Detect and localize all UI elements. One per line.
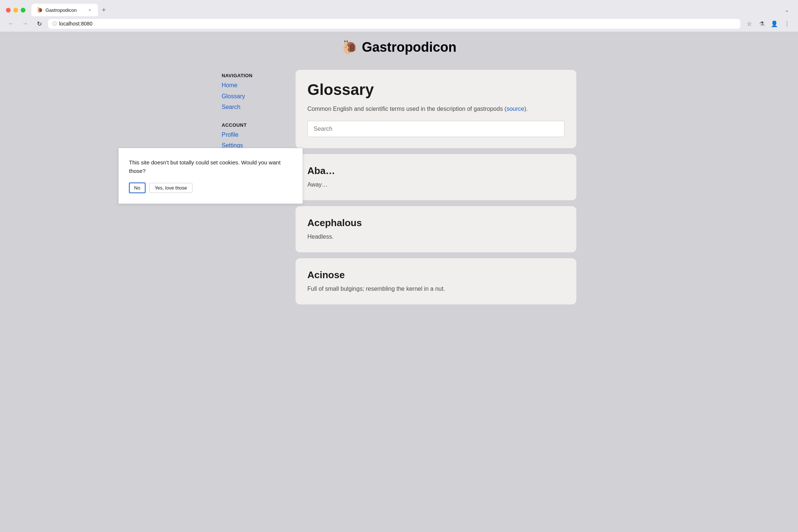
- tab-favicon-icon: 🐌: [37, 7, 42, 13]
- sidebar-nav-section: NAVIGATION Home Glossary Search: [222, 73, 288, 112]
- snail-icon: 🐌: [341, 40, 358, 55]
- sidebar-item-profile[interactable]: Profile: [222, 130, 288, 140]
- glossary-definition: Full of small bulgings; resembling the k…: [307, 284, 565, 293]
- menu-button[interactable]: ⋮: [782, 18, 792, 29]
- back-button[interactable]: ←: [6, 18, 16, 29]
- sidebar-item-glossary[interactable]: Glossary: [222, 92, 288, 101]
- browser-chrome: 🐌 Gastropodicon × + ⌄ ← → ↻ ⓘ localhost:…: [0, 0, 798, 32]
- glossary-entry-aba: Aba… Away…: [296, 154, 576, 200]
- sidebar-account-section: ACCOUNT Profile Settings: [222, 122, 288, 150]
- site-header: 🐌 Gastropodicon: [214, 32, 584, 61]
- new-tab-button[interactable]: +: [99, 5, 109, 15]
- description-text: Common English and scientific terms used…: [307, 106, 507, 112]
- tab-bar: 🐌 Gastropodicon × + ⌄: [31, 4, 792, 16]
- browser-toolbar: ← → ↻ ⓘ localhost:8080 ☆ ⚗ 👤 ⋮: [0, 16, 798, 32]
- cookie-message: This site doesn't but totally could set …: [129, 158, 292, 175]
- cookie-buttons: No Yes, love those: [129, 183, 292, 193]
- glossary-definition: Headless.: [307, 232, 565, 241]
- address-url: localhost:8080: [59, 21, 736, 27]
- bookmark-button[interactable]: ☆: [744, 18, 754, 29]
- site-title: 🐌 Gastropodicon: [214, 40, 584, 55]
- browser-titlebar: 🐌 Gastropodicon × + ⌄: [0, 0, 798, 16]
- sidebar-item-home[interactable]: Home: [222, 81, 288, 90]
- address-info-icon: ⓘ: [52, 21, 57, 27]
- address-bar[interactable]: ⓘ localhost:8080: [48, 19, 740, 29]
- cookie-yes-button[interactable]: Yes, love those: [149, 183, 193, 193]
- tab-title: Gastropodicon: [45, 7, 84, 13]
- main-content: Glossary Common English and scientific t…: [288, 70, 576, 310]
- glossary-term: Acephalous: [307, 217, 565, 229]
- site-title-text: Gastropodicon: [362, 40, 456, 55]
- cookie-no-button[interactable]: No: [129, 183, 146, 193]
- traffic-lights: [6, 8, 25, 13]
- sidebar-account-label: ACCOUNT: [222, 122, 288, 128]
- experiments-button[interactable]: ⚗: [757, 18, 767, 29]
- search-input[interactable]: [307, 121, 565, 137]
- reload-button[interactable]: ↻: [34, 18, 44, 29]
- forward-button[interactable]: →: [20, 18, 30, 29]
- tab-dropdown-button[interactable]: ⌄: [782, 5, 792, 15]
- page-title: Glossary: [307, 81, 565, 99]
- glossary-term: Aba…: [307, 165, 565, 177]
- glossary-term: Acinose: [307, 269, 565, 281]
- glossary-definition: Away…: [307, 180, 565, 189]
- glossary-entry-acephalous: Acephalous Headless.: [296, 206, 576, 252]
- profile-button[interactable]: 👤: [769, 18, 780, 29]
- glossary-entry-acinose: Acinose Full of small bulgings; resembli…: [296, 258, 576, 304]
- cookie-dialog: This site doesn't but totally could set …: [118, 148, 303, 204]
- maximize-window-button[interactable]: [21, 8, 25, 13]
- active-tab[interactable]: 🐌 Gastropodicon ×: [31, 4, 98, 16]
- minimize-window-button[interactable]: [13, 8, 18, 13]
- sidebar-nav-label: NAVIGATION: [222, 73, 288, 78]
- page-description: Common English and scientific terms used…: [307, 105, 565, 113]
- tab-close-button[interactable]: ×: [87, 7, 93, 13]
- toolbar-actions: ☆ ⚗ 👤 ⋮: [744, 18, 792, 29]
- source-link[interactable]: source: [507, 106, 524, 112]
- description-end: ).: [524, 106, 528, 112]
- glossary-header-card: Glossary Common English and scientific t…: [296, 70, 576, 148]
- close-window-button[interactable]: [6, 8, 11, 13]
- sidebar-item-search[interactable]: Search: [222, 102, 288, 112]
